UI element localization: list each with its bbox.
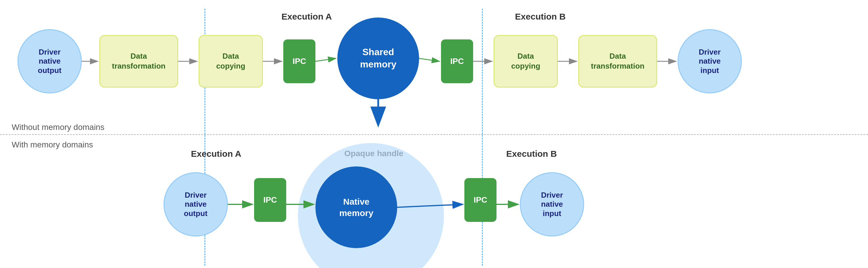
- svg-line-15: [397, 204, 463, 207]
- svg-line-8: [419, 58, 439, 61]
- arrows-svg: [0, 0, 868, 268]
- diagram-container: Without memory domains With memory domai…: [0, 0, 868, 268]
- svg-line-7: [315, 58, 336, 61]
